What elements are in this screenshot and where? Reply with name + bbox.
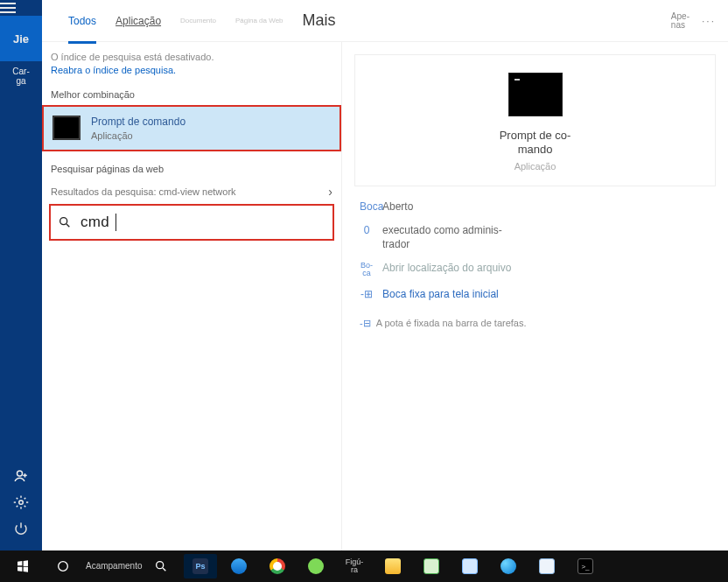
power-icon (13, 521, 29, 536)
task-fig[interactable]: Figú- ra (338, 554, 371, 578)
filter-bar: Todos Aplicação Documento Página da Web … (42, 0, 728, 42)
task-notepad[interactable] (453, 554, 486, 578)
shield-icon: 0 (360, 224, 374, 236)
preview-pane: Prompt de co- mando Aplicação Boca Abert… (342, 42, 728, 550)
chevron-right-icon: › (328, 185, 332, 199)
task-spreadsheet[interactable] (415, 554, 448, 578)
search-box[interactable]: cmd (49, 204, 334, 241)
preview-card: Prompt de co- mando Aplicação (354, 54, 716, 186)
cmd-icon (52, 116, 80, 140)
task-edge[interactable] (222, 554, 256, 578)
taskbar: Acampamento Figú- ra (0, 550, 728, 582)
section-best-match: Melhor combinação (42, 81, 341, 105)
rail-settings[interactable] (0, 489, 42, 515)
results-pane: O índice de pesquisa está desativado. Re… (42, 42, 342, 550)
action-run-admin-label: executado como adminis- trador (382, 224, 502, 251)
rail-load-label: Car- ga (12, 67, 29, 86)
task-browser[interactable] (492, 554, 525, 578)
best-match-name: Prompt de comando (91, 116, 186, 128)
filter-overflow[interactable]: ··· (702, 15, 716, 27)
task-explorer[interactable] (376, 554, 410, 578)
gear-icon (13, 494, 29, 510)
svg-point-1 (19, 501, 24, 505)
filter-only-label: Ape- nas (671, 12, 690, 30)
task-cmd[interactable] (569, 554, 602, 578)
task-textapp[interactable] (530, 554, 564, 578)
search-icon (58, 215, 72, 229)
pin-start-icon: -⊞ (360, 288, 374, 300)
action-open[interactable]: Boca Aberto (360, 200, 710, 214)
text-cursor (116, 214, 116, 231)
task-green-app[interactable] (299, 554, 332, 578)
search-ring-icon (56, 559, 70, 573)
pinned-hint: -⊟A pota é fixada na barra de tarefas. (360, 318, 710, 329)
filter-web-label: Página da Web (235, 18, 284, 25)
filter-app[interactable]: Aplicação (108, 8, 168, 34)
filter-more-label: Mais (303, 11, 336, 29)
rail-add-user[interactable] (0, 463, 42, 489)
best-match-type: Aplicação (91, 130, 186, 141)
magnifier-icon (154, 559, 168, 573)
filter-app-label: Aplicação (116, 15, 161, 27)
preview-actions: Boca Aberto 0 executado como adminis- tr… (354, 195, 716, 334)
add-user-icon (13, 468, 29, 484)
open-icon: Boca (360, 200, 374, 213)
task-chrome[interactable] (261, 554, 294, 578)
action-run-admin[interactable]: 0 executado como adminis- trador (360, 224, 710, 251)
index-notice: O índice de pesquisa está desativado. Re… (42, 42, 341, 81)
windows-icon (16, 559, 30, 573)
taskbar-camp-label: Acampamento (86, 562, 138, 571)
svg-point-4 (157, 562, 164, 569)
folder-icon: Bo- ca (360, 262, 374, 277)
preview-name: Prompt de co- mando (500, 129, 571, 158)
preview-app-icon (508, 73, 563, 116)
action-pin-start-label: Boca fixa para tela inicial (382, 288, 499, 302)
action-pin-start[interactable]: -⊞ Boca fixa para tela inicial (360, 288, 710, 302)
web-result-row[interactable]: Resultados da pesquisa: cmd-view network… (42, 179, 341, 204)
start-button[interactable] (5, 554, 40, 578)
rail-load[interactable]: Car- ga (0, 61, 42, 91)
action-open-location[interactable]: Bo- ca Abrir localização do arquivo (360, 262, 710, 277)
svg-point-2 (60, 217, 67, 224)
preview-type: Aplicação (514, 161, 556, 172)
filter-web[interactable]: Página da Web (228, 11, 290, 32)
start-menu-rail: Jie Car- ga (0, 0, 42, 550)
rail-expand-button[interactable] (0, 0, 16, 16)
action-open-location-label: Abrir localização do arquivo (382, 262, 511, 276)
taskbar-search-2[interactable] (144, 554, 178, 578)
task-photoshop[interactable] (184, 554, 217, 578)
svg-point-0 (18, 471, 23, 476)
filter-doc-label: Documento (180, 18, 216, 25)
svg-point-3 (59, 562, 68, 571)
search-query: cmd (80, 214, 109, 231)
index-notice-text: O índice de pesquisa está desativado. (51, 52, 214, 62)
index-notice-link[interactable]: Reabra o índice de pesquisa. (51, 65, 176, 75)
pin-taskbar-icon: -⊟ (360, 318, 371, 328)
task-fig-label: Figú- ra (346, 558, 364, 574)
pinned-hint-text: A pota é fixada na barra de tarefas. (376, 318, 527, 328)
search-panel: Todos Aplicação Documento Página da Web … (42, 0, 728, 550)
web-result-label: Resultados da pesquisa: cmd-view network (51, 186, 236, 197)
filter-more[interactable]: Mais (296, 4, 343, 37)
taskbar-search[interactable] (46, 554, 80, 578)
filter-all-label: Todos (68, 15, 96, 27)
filter-all[interactable]: Todos (61, 8, 103, 34)
section-web: Pesquisar páginas da web (42, 151, 341, 179)
rail-user-label: Jie (13, 32, 29, 46)
rail-power[interactable] (0, 515, 42, 542)
rail-user[interactable]: Jie (0, 16, 42, 61)
best-match-result[interactable]: Prompt de comando Aplicação (42, 105, 341, 151)
filter-doc[interactable]: Documento (173, 11, 223, 32)
action-open-label: Aberto (382, 200, 413, 214)
